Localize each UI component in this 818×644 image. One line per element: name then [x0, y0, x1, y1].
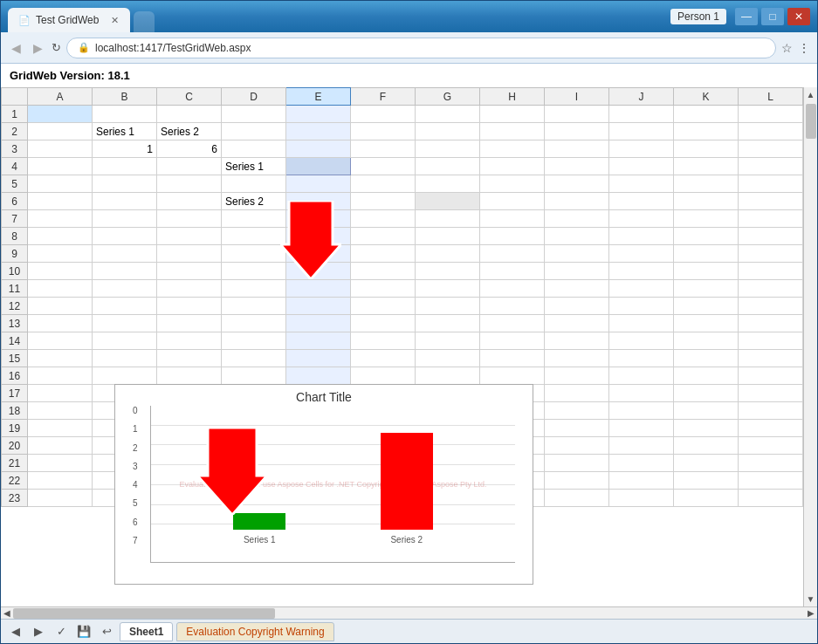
col-header-G[interactable]: G — [416, 88, 480, 106]
cell-K2[interactable] — [674, 123, 739, 140]
col-header-A[interactable]: A — [28, 88, 93, 106]
cell-B1[interactable] — [93, 106, 157, 123]
cell-L5[interactable] — [739, 175, 803, 193]
cell-H1[interactable] — [480, 106, 545, 123]
bookmark-button[interactable]: ☆ — [781, 41, 793, 55]
url-box[interactable]: 🔒 localhost:1417/TestGridWeb.aspx — [66, 38, 776, 58]
cell-A6[interactable] — [28, 193, 93, 210]
cell-I2[interactable] — [545, 123, 609, 140]
col-header-B[interactable]: B — [93, 88, 157, 106]
cell-B6[interactable] — [93, 193, 157, 210]
cell-H3[interactable] — [480, 140, 545, 158]
col-header-K[interactable]: K — [674, 88, 739, 106]
cell-D1[interactable] — [222, 106, 286, 123]
cell-E1[interactable] — [286, 106, 351, 123]
active-tab[interactable]: 📄 Test GridWeb ✕ — [8, 8, 130, 32]
cell-L6[interactable] — [739, 193, 803, 210]
cell-K3[interactable] — [674, 140, 739, 158]
cell-E2[interactable] — [286, 123, 351, 140]
cell-L2[interactable] — [739, 123, 803, 140]
col-header-D[interactable]: D — [222, 88, 286, 106]
cell-D2[interactable] — [222, 123, 286, 140]
cell-D5[interactable] — [222, 175, 286, 193]
cell-B3[interactable]: 1 — [93, 140, 157, 158]
scroll-up-button[interactable]: ▲ — [804, 87, 817, 102]
cell-L3[interactable] — [739, 140, 803, 158]
cell-F1[interactable] — [351, 106, 416, 123]
cell-E5[interactable] — [286, 175, 351, 193]
check-button[interactable]: ✓ — [52, 622, 71, 641]
cell-A1[interactable] — [28, 106, 93, 123]
cell-I6[interactable] — [545, 193, 609, 210]
cell-A3[interactable] — [28, 140, 93, 158]
cell-K5[interactable] — [674, 175, 739, 193]
col-header-H[interactable]: H — [480, 88, 545, 106]
col-header-I[interactable]: I — [545, 88, 609, 106]
cell-G5[interactable] — [416, 175, 480, 193]
cell-E4[interactable] — [286, 158, 351, 175]
cell-K1[interactable] — [674, 106, 739, 123]
cell-H4[interactable] — [480, 158, 545, 175]
scroll-down-button[interactable]: ▼ — [804, 592, 817, 606]
cell-D4[interactable]: Series 1 — [222, 158, 286, 175]
cell-C6[interactable] — [157, 193, 222, 210]
cell-E6[interactable] — [286, 193, 351, 210]
save-button[interactable]: 💾 — [74, 622, 93, 641]
cell-F3[interactable] — [351, 140, 416, 158]
col-header-F[interactable]: F — [351, 88, 416, 106]
cell-C5[interactable] — [157, 175, 222, 193]
nav-next-button[interactable]: ▶ — [29, 622, 48, 641]
col-header-L[interactable]: L — [739, 88, 803, 106]
menu-button[interactable]: ⋮ — [798, 41, 810, 55]
cell-J3[interactable] — [609, 140, 674, 158]
cell-J2[interactable] — [609, 123, 674, 140]
cell-G6[interactable] — [416, 193, 480, 210]
cell-B4[interactable] — [93, 158, 157, 175]
scroll-left-button[interactable]: ◀ — [1, 608, 13, 618]
scroll-right-button[interactable]: ▶ — [805, 608, 817, 618]
cell-B5[interactable] — [93, 175, 157, 193]
cell-C1[interactable] — [157, 106, 222, 123]
cell-H5[interactable] — [480, 175, 545, 193]
cell-G2[interactable] — [416, 123, 480, 140]
back-button[interactable]: ◀ — [8, 39, 24, 57]
cell-H6[interactable] — [480, 193, 545, 210]
tab-close-button[interactable]: ✕ — [111, 15, 119, 26]
cell-J1[interactable] — [609, 106, 674, 123]
cell-K6[interactable] — [674, 193, 739, 210]
horizontal-scrollbar[interactable]: ◀ ▶ — [1, 606, 817, 619]
forward-button[interactable]: ▶ — [30, 39, 46, 57]
cell-F4[interactable] — [351, 158, 416, 175]
close-button[interactable]: ✕ — [787, 8, 810, 25]
cell-G3[interactable] — [416, 140, 480, 158]
nav-prev-button[interactable]: ◀ — [6, 622, 25, 641]
cell-C4[interactable] — [157, 158, 222, 175]
cell-D6[interactable]: Series 2 — [222, 193, 286, 210]
cell-E3[interactable] — [286, 140, 351, 158]
col-header-J[interactable]: J — [609, 88, 674, 106]
col-header-E[interactable]: E — [286, 88, 351, 106]
cell-I4[interactable] — [545, 158, 609, 175]
undo-button[interactable]: ↩ — [97, 622, 116, 641]
col-header-C[interactable]: C — [157, 88, 222, 106]
cell-L4[interactable] — [739, 158, 803, 175]
cell-A2[interactable] — [28, 123, 93, 140]
sheet-tab-warning[interactable]: Evaluation Copyright Warning — [176, 622, 333, 641]
cell-C3[interactable]: 6 — [157, 140, 222, 158]
refresh-button[interactable]: ↻ — [52, 41, 61, 54]
h-scroll-thumb[interactable] — [13, 608, 275, 619]
cell-I3[interactable] — [545, 140, 609, 158]
cell-F5[interactable] — [351, 175, 416, 193]
cell-K4[interactable] — [674, 158, 739, 175]
inactive-tab[interactable] — [134, 11, 155, 32]
cell-F6[interactable] — [351, 193, 416, 210]
cell-G4[interactable] — [416, 158, 480, 175]
cell-F2[interactable] — [351, 123, 416, 140]
vertical-scrollbar[interactable]: ▲ ▼ — [803, 87, 817, 606]
cell-L1[interactable] — [739, 106, 803, 123]
sheet-tab-sheet1[interactable]: Sheet1 — [120, 622, 173, 641]
cell-I5[interactable] — [545, 175, 609, 193]
cell-B2[interactable]: Series 1 — [93, 123, 157, 140]
cell-A5[interactable] — [28, 175, 93, 193]
cell-A4[interactable] — [28, 158, 93, 175]
